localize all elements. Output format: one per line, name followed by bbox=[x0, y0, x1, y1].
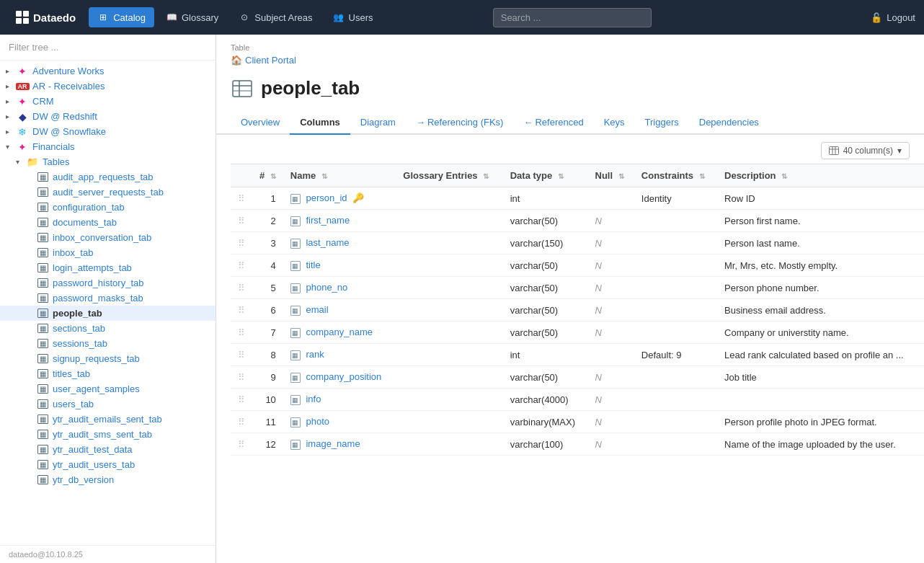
tab-overview[interactable]: Overview bbox=[231, 111, 290, 135]
column-name-link[interactable]: email bbox=[306, 304, 328, 315]
column-name-link[interactable]: person_id bbox=[306, 192, 347, 203]
col-name[interactable]: ▦ image_name bbox=[283, 433, 396, 456]
drag-handle[interactable]: ⠿ bbox=[231, 344, 252, 366]
tree-chevron[interactable]: ▸ bbox=[6, 67, 16, 75]
col-name[interactable]: ▦ info bbox=[283, 389, 396, 411]
sidebar-item-audit_app_requests_tab[interactable]: ▦audit_app_requests_tab bbox=[0, 169, 216, 185]
drag-handle[interactable]: ⠿ bbox=[231, 322, 252, 344]
tree-chevron[interactable]: ▸ bbox=[6, 82, 16, 90]
sidebar-item-ytr_audit_test_data[interactable]: ▦ytr_audit_test_data bbox=[0, 442, 216, 457]
filter-tree-placeholder[interactable]: Filter tree ... bbox=[0, 35, 216, 61]
sidebar-item-financials[interactable]: ▾✦Financials bbox=[0, 139, 216, 154]
tab-keys[interactable]: Keys bbox=[594, 111, 635, 135]
sidebar-item-password_masks_tab[interactable]: ▦password_masks_tab bbox=[0, 291, 216, 306]
sidebar-item-user_agent_samples[interactable]: ▦user_agent_samples bbox=[0, 381, 216, 396]
column-name-link[interactable]: last_name bbox=[306, 237, 349, 248]
sidebar-item-password_history_tab[interactable]: ▦password_history_tab bbox=[0, 275, 216, 291]
th-glossary[interactable]: Glossary Entries ⇅ bbox=[396, 164, 502, 187]
search-input[interactable] bbox=[493, 8, 652, 27]
sidebar-item-dw-redshift[interactable]: ▸◆DW @ Redshift bbox=[0, 109, 216, 124]
th-description[interactable]: Description ⇅ bbox=[717, 164, 924, 187]
th-null[interactable]: Null ⇅ bbox=[588, 164, 634, 187]
sidebar-item-inbox_conversation_tab[interactable]: ▦inbox_conversation_tab bbox=[0, 230, 216, 245]
sidebar-item-login_attempts_tab[interactable]: ▦login_attempts_tab bbox=[0, 260, 216, 275]
drag-handle[interactable]: ⠿ bbox=[231, 210, 252, 232]
tree-chevron[interactable]: ▸ bbox=[6, 97, 16, 105]
col-name[interactable]: ▦ title bbox=[283, 254, 396, 277]
tab-dependencies[interactable]: Dependencies bbox=[689, 111, 769, 135]
tree-chevron[interactable]: ▾ bbox=[6, 143, 16, 151]
sidebar-item-tables-folder[interactable]: ▾📁Tables bbox=[0, 154, 216, 169]
column-type-icon: ▦ bbox=[290, 239, 301, 249]
sidebar-item-audit_server_requests_tab[interactable]: ▦audit_server_requests_tab bbox=[0, 185, 216, 200]
tree-chevron[interactable]: ▸ bbox=[6, 128, 16, 136]
sidebar-item-ar-receivables[interactable]: ▸ARAR - Receivables bbox=[0, 79, 216, 94]
drag-handle[interactable]: ⠿ bbox=[231, 187, 252, 210]
col-name[interactable]: ▦ first_name bbox=[283, 210, 396, 232]
col-name[interactable]: ▦ company_position bbox=[283, 366, 396, 389]
columns-count-badge[interactable]: 40 column(s) ▾ bbox=[821, 142, 910, 159]
th-num[interactable]: # ⇅ bbox=[252, 164, 283, 187]
sidebar-item-ytr_audit_sms_sent_tab[interactable]: ▦ytr_audit_sms_sent_tab bbox=[0, 427, 216, 442]
nav-users[interactable]: 👥 Users bbox=[324, 7, 382, 27]
tab-diagram[interactable]: Diagram bbox=[350, 111, 406, 135]
col-name[interactable]: ▦ last_name bbox=[283, 232, 396, 254]
nav-catalog[interactable]: ⊞ Catalog bbox=[89, 7, 154, 27]
th-name[interactable]: Name ⇅ bbox=[283, 164, 396, 187]
sidebar-item-dw-snowflake[interactable]: ▸❄DW @ Snowflake bbox=[0, 124, 216, 139]
drag-handle[interactable]: ⠿ bbox=[231, 389, 252, 411]
sidebar-item-ytr_audit_users_tab[interactable]: ▦ytr_audit_users_tab bbox=[0, 457, 216, 472]
sidebar-item-crm[interactable]: ▸✦CRM bbox=[0, 94, 216, 109]
column-name-link[interactable]: company_position bbox=[306, 371, 381, 382]
tree-chevron[interactable]: ▾ bbox=[16, 158, 26, 166]
column-name-link[interactable]: image_name bbox=[306, 438, 360, 449]
col-name[interactable]: ▦ person_id 🔑 bbox=[283, 187, 396, 210]
col-name[interactable]: ▦ photo bbox=[283, 411, 396, 433]
column-name-link[interactable]: rank bbox=[306, 349, 324, 360]
drag-handle[interactable]: ⠿ bbox=[231, 366, 252, 389]
sidebar-item-sessions_tab[interactable]: ▦sessions_tab bbox=[0, 336, 216, 351]
sidebar-item-titles_tab[interactable]: ▦titles_tab bbox=[0, 366, 216, 381]
drag-handle[interactable]: ⠿ bbox=[231, 277, 252, 299]
column-name-link[interactable]: title bbox=[306, 260, 320, 270]
drag-handle[interactable]: ⠿ bbox=[231, 232, 252, 254]
search-box[interactable] bbox=[493, 8, 652, 27]
drag-handle[interactable]: ⠿ bbox=[231, 299, 252, 322]
logout-button[interactable]: 🔓 Logout bbox=[871, 12, 915, 23]
sidebar-item-inbox_tab[interactable]: ▦inbox_tab bbox=[0, 245, 216, 260]
sidebar-item-ytr_audit_emails_sent_tab[interactable]: ▦ytr_audit_emails_sent_tab bbox=[0, 412, 216, 427]
sidebar-item-users_tab[interactable]: ▦users_tab bbox=[0, 396, 216, 412]
tab-triggers[interactable]: Triggers bbox=[635, 111, 689, 135]
tab-referenced[interactable]: ←Referenced bbox=[513, 111, 593, 135]
sidebar-item-sections_tab[interactable]: ▦sections_tab bbox=[0, 321, 216, 336]
sidebar-item-documents_tab[interactable]: ▦documents_tab bbox=[0, 215, 216, 230]
nav-subject-areas[interactable]: ⊙ Subject Areas bbox=[230, 7, 321, 27]
col-datatype: int bbox=[503, 344, 588, 366]
col-name[interactable]: ▦ email bbox=[283, 299, 396, 322]
sidebar-item-people_tab[interactable]: ▦people_tab bbox=[0, 306, 216, 321]
brand-logo[interactable]: Dataedo bbox=[9, 6, 83, 28]
sidebar-item-signup_requests_tab[interactable]: ▦signup_requests_tab bbox=[0, 351, 216, 366]
th-datatype[interactable]: Data type ⇅ bbox=[503, 164, 588, 187]
tab-columns[interactable]: Columns bbox=[290, 111, 350, 135]
drag-handle[interactable]: ⠿ bbox=[231, 433, 252, 456]
column-name-link[interactable]: company_name bbox=[306, 327, 373, 337]
table-row: ⠿ 10 ▦ info varchar(4000) N bbox=[231, 389, 924, 411]
col-name[interactable]: ▦ rank bbox=[283, 344, 396, 366]
th-constraints[interactable]: Constraints ⇅ bbox=[634, 164, 717, 187]
tab-referencing-fks[interactable]: →Referencing (FKs) bbox=[406, 111, 513, 135]
column-name-link[interactable]: first_name bbox=[306, 215, 350, 226]
sidebar-item-adventure-works[interactable]: ▸✦Adventure Works bbox=[0, 63, 216, 79]
nav-glossary[interactable]: 📖 Glossary bbox=[157, 7, 227, 27]
tree-chevron[interactable]: ▸ bbox=[6, 112, 16, 120]
drag-handle[interactable]: ⠿ bbox=[231, 411, 252, 433]
sidebar-item-ytr_db_version[interactable]: ▦ytr_db_version bbox=[0, 472, 216, 487]
column-name-link[interactable]: phone_no bbox=[306, 282, 347, 293]
column-name-link[interactable]: info bbox=[306, 394, 321, 404]
col-name[interactable]: ▦ company_name bbox=[283, 322, 396, 344]
col-name[interactable]: ▦ phone_no bbox=[283, 277, 396, 299]
drag-handle[interactable]: ⠿ bbox=[231, 254, 252, 277]
column-name-link[interactable]: photo bbox=[306, 416, 329, 427]
breadcrumb-path[interactable]: 🏠 Client Portal bbox=[231, 55, 910, 66]
sidebar-item-configuration_tab[interactable]: ▦configuration_tab bbox=[0, 200, 216, 215]
